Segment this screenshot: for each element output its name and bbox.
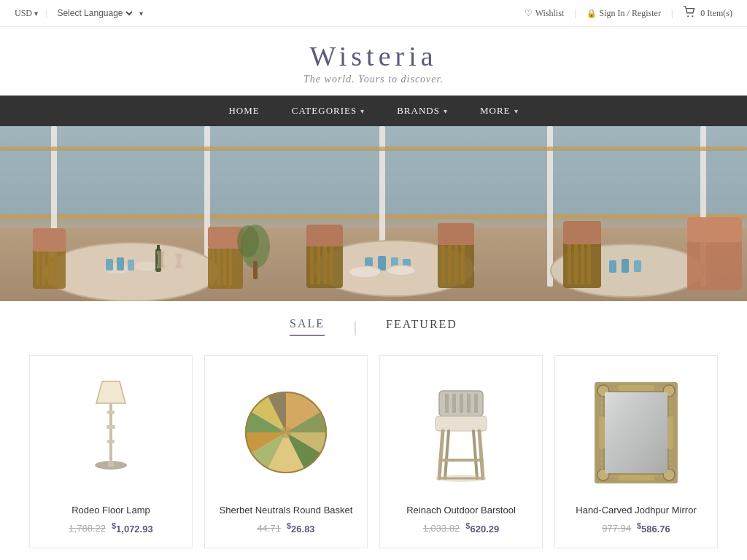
logo-area: Wisteria The world. Yours to discover. xyxy=(0,27,747,96)
original-price-0: 1,788.22 xyxy=(69,523,106,534)
product-prices-3: 977.94 $586.76 xyxy=(602,521,670,534)
nav-more-label: MORE xyxy=(480,105,511,117)
svg-rect-106 xyxy=(596,384,676,482)
svg-rect-81 xyxy=(474,394,478,413)
tab-sale[interactable]: SALE xyxy=(290,317,325,336)
nav-item-more[interactable]: MORE ▾ xyxy=(464,96,535,126)
hero-scene xyxy=(0,126,747,301)
sale-price-3: $586.76 xyxy=(637,521,670,534)
svg-line-86 xyxy=(473,431,477,478)
product-image-1 xyxy=(217,370,355,494)
nav-home-label: HOME xyxy=(228,105,259,117)
svg-point-0 xyxy=(687,15,689,17)
svg-rect-68 xyxy=(107,411,115,414)
product-prices-0: 1,788.22 $1,072.93 xyxy=(69,521,152,534)
product-prices-2: 1,033.82 $620.29 xyxy=(423,521,500,534)
svg-rect-77 xyxy=(445,394,449,413)
tabs-section: SALE | FEATURED xyxy=(0,301,747,348)
mirror-illustration xyxy=(589,376,684,489)
language-select[interactable]: Select Language English French xyxy=(54,7,135,19)
svg-point-1 xyxy=(692,15,694,17)
svg-rect-82 xyxy=(436,416,487,431)
product-name-0: Rodeo Floor Lamp xyxy=(71,505,150,516)
svg-marker-66 xyxy=(96,381,125,403)
wishlist-link[interactable]: ♡ Wishlist xyxy=(525,8,565,19)
svg-rect-79 xyxy=(460,394,463,413)
svg-point-74 xyxy=(280,427,292,438)
nav-item-categories[interactable]: CATEGORIES ▾ xyxy=(276,96,381,126)
product-card-3[interactable]: Hand-Carved Jodhpur Mirror 977.94 $586.7… xyxy=(554,355,718,548)
separator-2: | xyxy=(574,8,576,19)
product-prices-1: 44.71 $26.83 xyxy=(257,521,314,534)
cart-area[interactable]: 0 Item(s) xyxy=(683,6,732,20)
nav-item-home[interactable]: HOME xyxy=(212,96,275,126)
more-dropdown-arrow: ▾ xyxy=(514,107,519,115)
language-arrow-icon: ▾ xyxy=(139,9,143,18)
sale-price-1: $26.83 xyxy=(287,521,315,534)
tab-separator: | xyxy=(354,319,357,335)
product-image-3 xyxy=(567,370,705,494)
original-price-1: 44.71 xyxy=(257,523,281,534)
product-card-2[interactable]: Reinach Outdoor Barstool 1,033.82 $620.2… xyxy=(379,355,543,548)
product-image-2 xyxy=(392,370,530,494)
product-image-0 xyxy=(42,370,180,494)
product-card-1[interactable]: Sherbet Neutrals Round Basket 44.71 $26.… xyxy=(204,355,368,548)
top-bar-left: USD ▾ | Select Language English French ▾ xyxy=(15,7,143,19)
top-bar: USD ▾ | Select Language English French ▾… xyxy=(0,0,747,27)
product-card-0[interactable]: Rodeo Floor Lamp 1,788.22 $1,072.93 xyxy=(29,355,193,548)
svg-line-83 xyxy=(439,431,443,478)
product-name-3: Hand-Carved Jodhpur Mirror xyxy=(576,505,696,516)
heart-icon: ♡ xyxy=(525,8,533,19)
nav-item-brands[interactable]: BRANDS ▾ xyxy=(381,96,464,126)
logo-title[interactable]: Wisteria xyxy=(0,40,747,72)
svg-rect-70 xyxy=(107,440,115,443)
signin-link[interactable]: 🔒 Sign In / Register xyxy=(587,8,661,19)
currency-arrow: ▾ xyxy=(34,9,38,18)
brands-dropdown-arrow: ▾ xyxy=(444,107,448,115)
svg-rect-65 xyxy=(0,126,747,301)
hero-illustration xyxy=(0,126,747,301)
svg-line-84 xyxy=(479,431,483,478)
nav-brands-label: BRANDS xyxy=(397,105,440,117)
barstool-illustration xyxy=(421,376,501,489)
product-name-1: Sherbet Neutrals Round Basket xyxy=(220,505,353,516)
user-icon: 🔒 xyxy=(587,9,597,18)
top-bar-right: ♡ Wishlist | 🔒 Sign In / Register | 0 It… xyxy=(525,6,732,20)
sale-price-0: $1,072.93 xyxy=(112,521,153,534)
main-nav: HOME CATEGORIES ▾ BRANDS ▾ MORE ▾ xyxy=(0,96,747,126)
original-price-2: 1,033.82 xyxy=(423,523,460,534)
svg-rect-72 xyxy=(108,461,114,467)
logo-tagline: The world. Yours to discover. xyxy=(0,74,747,85)
svg-rect-78 xyxy=(452,394,456,413)
tab-featured[interactable]: FEATURED xyxy=(386,318,457,335)
products-section: Rodeo Floor Lamp 1,788.22 $1,072.93 xyxy=(0,348,747,560)
products-grid: Rodeo Floor Lamp 1,788.22 $1,072.93 xyxy=(29,355,718,548)
basket-illustration xyxy=(235,381,337,483)
separator-3: | xyxy=(671,8,673,19)
nav-categories-label: CATEGORIES xyxy=(292,105,357,117)
svg-line-85 xyxy=(445,431,449,478)
original-price-3: 977.94 xyxy=(602,523,631,534)
sale-price-2: $620.29 xyxy=(465,521,499,534)
separator-1: | xyxy=(45,8,47,19)
product-name-2: Reinach Outdoor Barstool xyxy=(406,505,516,516)
floor-lamp-illustration xyxy=(82,374,140,491)
hero-banner xyxy=(0,126,747,301)
categories-dropdown-arrow: ▾ xyxy=(360,107,365,115)
svg-rect-80 xyxy=(467,394,471,413)
cart-icon xyxy=(683,6,696,20)
currency-selector[interactable]: USD ▾ xyxy=(15,8,38,19)
svg-rect-69 xyxy=(107,425,115,429)
